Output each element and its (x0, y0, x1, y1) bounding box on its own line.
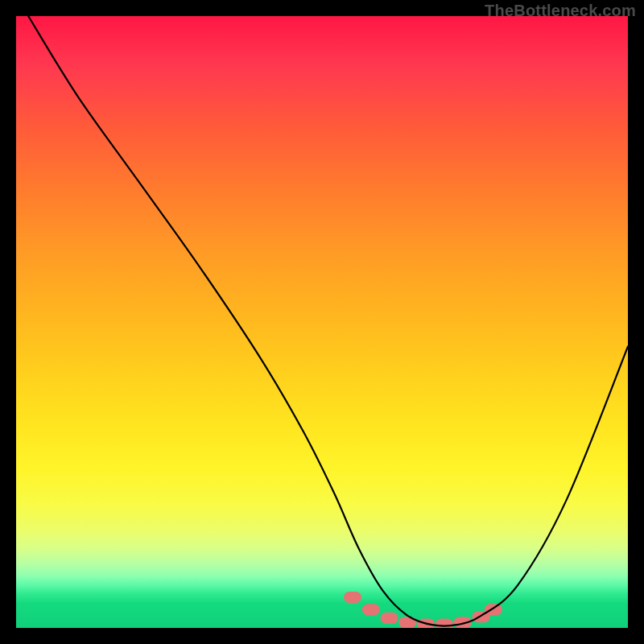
chart-stage: TheBottleneck.com (0, 0, 644, 644)
valley-marker (485, 604, 502, 615)
bottleneck-curve (28, 16, 628, 626)
valley-marker (362, 604, 380, 615)
valley-marker (344, 592, 361, 603)
curve-layer (16, 16, 628, 628)
plot-area (16, 16, 628, 628)
watermark-text: TheBottleneck.com (485, 2, 636, 20)
valley-marker (381, 613, 398, 624)
